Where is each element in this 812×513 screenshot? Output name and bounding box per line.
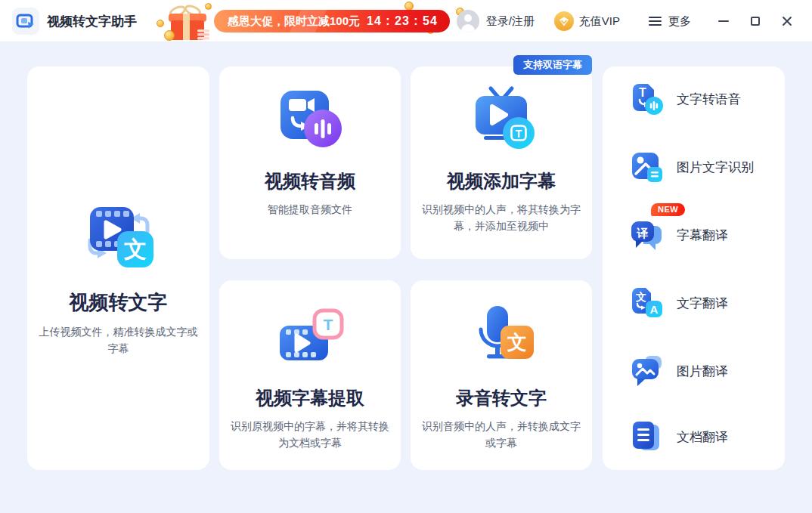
coin-icon xyxy=(164,30,175,41)
minimize-icon xyxy=(718,20,729,22)
card-video-add-subtitle[interactable]: 支持双语字幕 T 视频添加字幕 识别视频中的人声，将其转换为字幕，并添加至视频中 xyxy=(411,66,592,259)
svg-text:T: T xyxy=(639,86,646,99)
menu-icon[interactable] xyxy=(649,17,662,26)
sidebar-item-image-ocr[interactable]: 图片文字识别 xyxy=(630,150,754,184)
doc-translate-icon xyxy=(630,420,665,453)
image-translate-icon xyxy=(630,354,665,388)
card-description: 识别音频中的人声，并转换成文字或字幕 xyxy=(420,418,582,452)
promo-banner[interactable]: 感恩大促，限时立减100元 14 : 23 : 54 xyxy=(155,0,473,42)
more-button[interactable]: 更多 xyxy=(668,14,691,29)
card-title: 视频转文字 xyxy=(27,289,209,316)
card-video-to-audio[interactable]: 视频转音频 智能提取音频文件 xyxy=(219,66,401,259)
video-to-text-icon: 文 xyxy=(81,201,157,270)
recharge-vip-button[interactable]: 充值VIP xyxy=(579,14,620,29)
svg-text:T: T xyxy=(516,128,522,140)
sidebar-item-doc-translate[interactable]: 文档翻译 xyxy=(630,419,728,454)
promo-text: 感恩大促，限时立减100元 xyxy=(228,14,360,29)
card-description: 智能提取音频文件 xyxy=(231,201,389,218)
maximize-icon xyxy=(751,17,760,26)
close-icon xyxy=(781,15,793,27)
svg-text:文: 文 xyxy=(124,236,147,261)
tools-sidebar: T 文字转语音 图片文字识别 NEW 译 字幕翻译 xyxy=(603,66,785,470)
coin-icon xyxy=(157,20,164,27)
image-ocr-icon xyxy=(630,150,665,184)
sidebar-item-label: 图片翻译 xyxy=(677,363,728,380)
sidebar-item-label: 图片文字识别 xyxy=(677,159,754,176)
text-to-speech-icon: T xyxy=(630,82,665,116)
card-title: 视频添加字幕 xyxy=(411,169,592,193)
sidebar-item-label: 文档翻译 xyxy=(677,428,728,446)
svg-text:文: 文 xyxy=(507,331,527,354)
audio-to-text-icon: 文 xyxy=(467,303,535,368)
card-title: 视频转音频 xyxy=(219,169,401,193)
titlebar-actions: 登录/注册 充值VIP 更多 xyxy=(457,0,812,42)
maximize-button[interactable] xyxy=(745,11,765,31)
card-description: 识别视频中的人声，将其转换为字幕，并添加至视频中 xyxy=(415,201,587,235)
app-logo-icon xyxy=(12,8,39,35)
video-add-subtitle-icon: T xyxy=(464,85,538,151)
titlebar: 视频转文字助手 感恩大促，限时立减100元 14 : 23 : 54 登录/注册 xyxy=(0,0,812,42)
sidebar-item-image-translate[interactable]: 图片翻译 xyxy=(630,354,728,388)
promo-pill: 感恩大促，限时立减100元 14 : 23 : 54 xyxy=(214,10,450,32)
dual-subtitle-badge: 支持双语字幕 xyxy=(513,55,592,75)
sidebar-item-label: 文字翻译 xyxy=(677,295,728,312)
card-title: 录音转文字 xyxy=(411,386,592,410)
sidebar-item-subtitle-translate[interactable]: NEW 译 字幕翻译 xyxy=(630,218,728,252)
promo-countdown: 14 : 23 : 54 xyxy=(367,14,438,28)
card-description: 上传视频文件，精准转换成文字或字幕 xyxy=(39,323,199,357)
sidebar-item-text-translate[interactable]: 文 A 文字翻译 xyxy=(630,286,728,320)
subtitle-translate-icon: 译 xyxy=(630,218,665,252)
sidebar-item-label: 字幕翻译 xyxy=(677,227,728,244)
svg-text:T: T xyxy=(324,316,333,333)
coin-icon xyxy=(205,3,212,10)
video-subtitle-extract-icon: T xyxy=(274,306,346,365)
card-video-subtitle-extract[interactable]: T 视频字幕提取 识别原视频中的字幕，并将其转换为文档或字幕 xyxy=(219,280,401,470)
svg-text:译: 译 xyxy=(637,227,649,240)
card-title: 视频字幕提取 xyxy=(219,386,401,410)
card-video-to-text[interactable]: 文 视频转文字 上传视频文件，精准转换成文字或字幕 xyxy=(27,66,209,470)
close-button[interactable] xyxy=(777,11,797,31)
avatar[interactable] xyxy=(457,10,479,32)
svg-text:A: A xyxy=(650,303,659,316)
video-to-audio-icon xyxy=(277,88,342,148)
minimize-button[interactable] xyxy=(714,11,733,31)
new-badge: NEW xyxy=(651,203,685,216)
app-title: 视频转文字助手 xyxy=(47,13,137,30)
sidebar-item-text-to-speech[interactable]: T 文字转语音 xyxy=(630,82,741,116)
text-translate-icon: 文 A xyxy=(630,286,665,320)
card-audio-to-text[interactable]: 文 录音转文字 识别音频中的人声，并转换成文字或字幕 xyxy=(411,280,592,470)
sidebar-item-label: 文字转语音 xyxy=(677,91,741,108)
vip-diamond-icon[interactable] xyxy=(554,11,574,31)
svg-text:文: 文 xyxy=(635,291,646,303)
login-register-button[interactable]: 登录/注册 xyxy=(486,14,535,29)
card-description: 识别原视频中的字幕，并将其转换为文档或字幕 xyxy=(229,418,391,452)
